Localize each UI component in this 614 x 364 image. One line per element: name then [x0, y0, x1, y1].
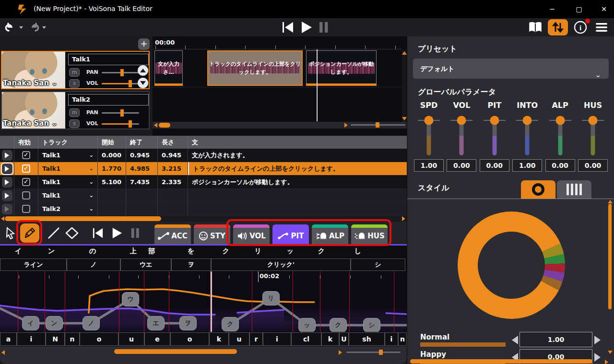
row-start-cell[interactable]: 0.000 — [98, 149, 126, 162]
mora-badge[interactable]: ン — [46, 316, 63, 330]
timeline-horizontal-scrollbar[interactable] — [153, 122, 407, 129]
dictionary-book-icon[interactable] — [527, 20, 544, 35]
panel-scroll-right-arrow[interactable] — [605, 360, 608, 364]
track2-lane[interactable] — [153, 88, 401, 122]
scroll-left-arrow[interactable] — [1, 350, 5, 355]
mora-char[interactable]: の — [89, 247, 96, 256]
eraser-tool-button[interactable] — [62, 223, 82, 243]
phoneme-cell[interactable]: o — [80, 332, 118, 346]
phoneme-cell[interactable]: i — [263, 332, 291, 346]
mora-badge[interactable]: イ — [22, 316, 39, 330]
panel-vertical-scrollbar[interactable] — [608, 204, 612, 309]
phoneme-cell[interactable]: e — [144, 332, 170, 346]
panel-horizontal-scrollbar[interactable] — [410, 359, 592, 364]
hamburger-menu-button[interactable] — [593, 20, 610, 35]
phoneme-cell[interactable]: o — [170, 332, 209, 346]
tab-acc[interactable]: ACC — [154, 224, 191, 245]
row-text-cell[interactable] — [188, 189, 407, 202]
editor-skip-start-button[interactable] — [88, 223, 107, 243]
row-start-cell[interactable]: 1.770 — [98, 162, 126, 175]
table-row[interactable]: Talk1⌄0.0000.9450.945文が入力されます。 — [0, 149, 407, 162]
param-value-box[interactable]: 0.00 — [447, 159, 476, 172]
accent-cell[interactable]: ライン — [0, 258, 67, 271]
row-length-cell[interactable]: 3.215 — [158, 162, 188, 175]
close-button[interactable]: ✕ — [596, 3, 612, 15]
table-row[interactable]: Talk1⌄5.1007.4352.335ポジションカーソルが移動します。 — [0, 176, 407, 189]
param-value-box[interactable]: 1.00 — [414, 159, 444, 172]
phoneme-cell[interactable]: a — [0, 332, 17, 346]
editor-scroll-thumb[interactable] — [114, 349, 237, 354]
preset-select[interactable]: デフォルト ⌄ — [413, 59, 609, 79]
editor-pause-button[interactable] — [126, 223, 145, 243]
param-value-box[interactable]: 0.00 — [480, 159, 509, 172]
param-value-box[interactable]: 0.00 — [578, 159, 608, 172]
editor-zoom-slider[interactable] — [346, 352, 401, 353]
voice-selector[interactable]: Tanaka San ⌄ — [3, 79, 58, 87]
row-length-cell[interactable]: 0.945 — [158, 149, 188, 162]
mora-badge[interactable]: ヲ — [179, 316, 197, 330]
maximize-button[interactable]: ▢ — [571, 3, 587, 15]
mora-badge[interactable]: リ — [262, 291, 280, 305]
slider-thumb[interactable] — [523, 116, 532, 125]
mora-char[interactable]: 部 — [148, 247, 155, 256]
character-portrait[interactable]: Tanaka San ⌄ — [2, 92, 65, 129]
accent-cell[interactable]: クリック' — [211, 258, 351, 271]
decrement-arrow[interactable] — [512, 336, 518, 344]
panel-scroll-up-arrow[interactable] — [608, 200, 613, 203]
row-end-cell[interactable] — [126, 202, 158, 215]
add-track-button[interactable]: + — [138, 38, 150, 50]
accent-cell[interactable]: シ — [351, 258, 405, 271]
mora-char[interactable]: ッ — [287, 247, 294, 256]
timeline-clip[interactable]: トラックのタイムラインの上部をクリックします。 — [207, 50, 303, 86]
phoneme-cell[interactable]: cl — [291, 332, 321, 346]
mora-char[interactable]: 上 — [130, 247, 137, 256]
row-end-cell[interactable] — [126, 189, 158, 202]
phoneme-cell[interactable]: r — [249, 332, 263, 346]
row-play-button[interactable] — [2, 190, 12, 201]
track-down-button[interactable] — [138, 78, 148, 88]
phoneme-cell[interactable]: sh — [349, 332, 385, 346]
mora-char[interactable]: イ — [15, 247, 22, 256]
param-value-box[interactable]: 1.00 — [512, 159, 542, 172]
line-tool-button[interactable] — [44, 223, 63, 243]
position-cursor[interactable] — [317, 49, 318, 121]
accent-cell[interactable]: ヲ — [171, 258, 211, 271]
table-row[interactable]: Talk2⌄ — [0, 202, 407, 216]
style-pie-view-button[interactable] — [521, 180, 555, 199]
row-text-cell[interactable]: 文が入力されます。 — [188, 149, 407, 162]
row-track-cell[interactable]: Talk2⌄ — [38, 202, 98, 215]
row-length-cell[interactable] — [158, 189, 188, 202]
mora-badge[interactable]: ウ — [122, 292, 139, 306]
row-play-button[interactable] — [2, 164, 12, 174]
slider-thumb[interactable] — [588, 116, 597, 125]
pause-button[interactable] — [319, 21, 329, 34]
mora-badge[interactable]: ッ — [298, 318, 316, 332]
mora-badge[interactable]: ク — [222, 317, 239, 331]
accent-phrase-row[interactable]: ラインノウエヲクリック'シ — [0, 258, 407, 271]
row-track-cell[interactable]: Talk1⌄ — [38, 162, 98, 175]
redo-button[interactable] — [26, 20, 40, 35]
minimize-button[interactable]: ─ — [544, 3, 560, 15]
row-track-cell[interactable]: Talk1⌄ — [38, 189, 98, 202]
phoneme-cell[interactable]: n — [65, 332, 80, 346]
enabled-checkbox[interactable] — [22, 178, 30, 186]
tuning-panel-button[interactable] — [548, 19, 568, 35]
param-value-box[interactable]: 0.00 — [545, 159, 575, 172]
mora-badge[interactable]: ノ — [83, 316, 100, 330]
slider-thumb[interactable] — [129, 80, 132, 87]
row-play-button[interactable] — [2, 204, 12, 214]
phoneme-cell[interactable]: k — [209, 332, 229, 346]
slider-thumb[interactable] — [120, 109, 124, 117]
solo-button[interactable]: s — [69, 79, 80, 88]
row-length-cell[interactable]: 2.335 — [158, 176, 188, 188]
solo-button[interactable]: s — [69, 119, 80, 128]
timeline-vertical-scrollbar[interactable] — [402, 50, 407, 122]
phoneme-cell[interactable]: n — [398, 332, 407, 346]
phoneme-cell[interactable]: i — [385, 332, 398, 346]
slider-thumb[interactable] — [457, 116, 466, 125]
mora-badge[interactable]: エ — [147, 316, 165, 330]
pitch-editor[interactable]: 00:02 インノウエヲクリックシ — [0, 271, 407, 332]
info-button[interactable]: i — [572, 20, 589, 35]
mora-char[interactable]: ク — [223, 247, 229, 256]
row-play-button[interactable] — [2, 150, 12, 161]
